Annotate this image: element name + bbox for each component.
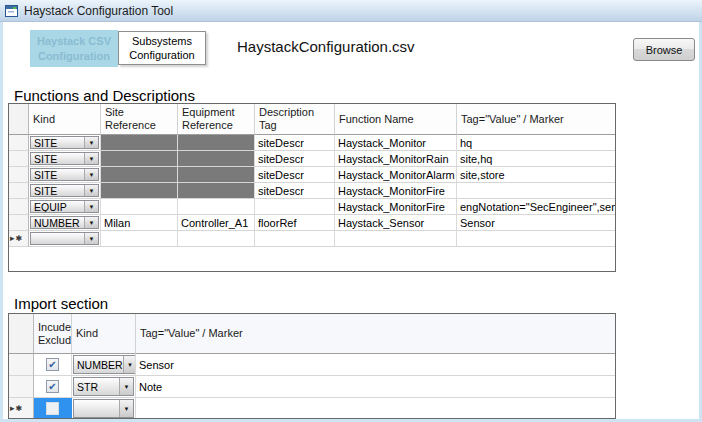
checkbox-checked[interactable]: ✔: [46, 380, 59, 393]
row-header[interactable]: [9, 354, 34, 376]
cell-site-reference[interactable]: [101, 199, 178, 215]
cell-kind[interactable]: SITE▼: [29, 135, 101, 151]
cell-site-reference[interactable]: [101, 151, 178, 167]
cell-tag-marker[interactable]: site,store: [457, 167, 615, 183]
cell-tag-marker[interactable]: hq: [457, 135, 615, 151]
cell-equipment-reference[interactable]: [178, 167, 255, 183]
cell-function-name[interactable]: Haystack_MonitorFire: [335, 199, 457, 215]
fn-column-header-3[interactable]: Description Tag: [255, 104, 335, 135]
chevron-down-icon[interactable]: ▼: [123, 356, 136, 373]
kind-dropdown[interactable]: SITE▼: [30, 136, 99, 149]
title-bar[interactable]: Haystack Configuration Tool: [0, 0, 702, 22]
kind-dropdown[interactable]: EQUIP▼: [30, 200, 99, 213]
cell-description-tag[interactable]: [255, 199, 335, 215]
fn-column-header-0[interactable]: Kind: [29, 104, 101, 135]
kind-dropdown[interactable]: STR▼: [73, 377, 134, 396]
tab-haystack-csv-configuration[interactable]: Haystack CSV Configuration: [30, 30, 118, 67]
browse-button[interactable]: Browse: [633, 38, 695, 61]
cell-tag-marker[interactable]: [457, 183, 615, 199]
row-header[interactable]: [9, 199, 29, 215]
cell-function-name[interactable]: Haystack_MonitorRain: [335, 151, 457, 167]
row-header[interactable]: [9, 183, 29, 199]
cell-tag-marker[interactable]: Note: [136, 376, 615, 398]
fn-column-header-5[interactable]: Tag="Value" / Marker: [457, 104, 615, 135]
row-header[interactable]: [9, 167, 29, 183]
cell-include-exclude[interactable]: ✔: [34, 376, 72, 398]
checkbox-checked[interactable]: ✔: [46, 358, 59, 371]
cell-site-reference[interactable]: [101, 135, 178, 151]
cell-kind[interactable]: SITE▼: [29, 167, 101, 183]
cell-tag-marker[interactable]: Sensor: [457, 215, 615, 231]
kind-dropdown[interactable]: SITE▼: [30, 184, 99, 197]
cell-tag-marker[interactable]: engNotation="SecEngineer",sensor: [457, 199, 615, 215]
chevron-down-icon[interactable]: ▼: [119, 378, 133, 395]
cell-equipment-reference[interactable]: [178, 151, 255, 167]
chevron-down-icon[interactable]: ▼: [119, 400, 133, 417]
cell-description-tag[interactable]: floorRef: [255, 215, 335, 231]
kind-dropdown[interactable]: SITE▼: [30, 152, 99, 165]
row-header[interactable]: [9, 215, 29, 231]
cell-site-reference[interactable]: [101, 167, 178, 183]
cell-description-tag[interactable]: siteDescr: [255, 167, 335, 183]
tab-subsystems-configuration[interactable]: Subsystems Configuration: [118, 31, 206, 65]
cell-kind[interactable]: STR▼: [72, 376, 136, 398]
cell-include-exclude[interactable]: ✔: [34, 354, 72, 376]
cell-kind[interactable]: NUMBER▼: [72, 354, 136, 376]
fn-column-header-4[interactable]: Function Name: [335, 104, 457, 135]
chevron-down-icon[interactable]: ▼: [84, 169, 98, 180]
cell-equipment-reference[interactable]: [178, 199, 255, 215]
cell-kind[interactable]: ▼: [29, 231, 101, 247]
row-header[interactable]: [9, 135, 29, 151]
cell-equipment-reference[interactable]: [178, 135, 255, 151]
row-header[interactable]: [9, 376, 34, 398]
cell-include-exclude[interactable]: [34, 398, 72, 419]
imp-column-header-0[interactable]: Incude / Exclude: [34, 314, 72, 354]
cell-tag-marker[interactable]: [457, 231, 615, 247]
cell-site-reference[interactable]: [101, 231, 178, 247]
cell-function-name[interactable]: Haystack_Monitor: [335, 135, 457, 151]
imp-column-header-1[interactable]: Kind: [72, 314, 136, 354]
cell-tag-marker[interactable]: [136, 398, 615, 419]
fn-corner-header[interactable]: [9, 104, 29, 135]
chevron-down-icon[interactable]: ▼: [84, 153, 98, 164]
cell-description-tag[interactable]: siteDescr: [255, 151, 335, 167]
imp-corner-header[interactable]: [9, 314, 34, 354]
kind-dropdown[interactable]: ▼: [73, 399, 134, 418]
cell-function-name[interactable]: Haystack_MonitorAlarm: [335, 167, 457, 183]
cell-equipment-reference[interactable]: [178, 183, 255, 199]
row-header[interactable]: ▸✱: [9, 231, 29, 247]
cell-kind[interactable]: NUMBER▼: [29, 215, 101, 231]
checkbox-unchecked[interactable]: [46, 402, 59, 415]
imp-column-header-2[interactable]: Tag="Value" / Marker: [136, 314, 615, 354]
cell-equipment-reference[interactable]: [178, 231, 255, 247]
chevron-down-icon[interactable]: ▼: [84, 137, 98, 148]
row-header[interactable]: ▸✱: [9, 398, 34, 419]
cell-kind[interactable]: SITE▼: [29, 151, 101, 167]
kind-dropdown[interactable]: ▼: [30, 232, 99, 245]
kind-dropdown[interactable]: SITE▼: [30, 168, 99, 181]
cell-description-tag[interactable]: [255, 231, 335, 247]
cell-description-tag[interactable]: siteDescr: [255, 135, 335, 151]
new-row-arrow-icon: ▸: [10, 234, 15, 243]
chevron-down-icon[interactable]: ▼: [84, 185, 98, 196]
cell-tag-marker[interactable]: Sensor: [136, 354, 615, 376]
cell-tag-marker[interactable]: site,hq: [457, 151, 615, 167]
cell-site-reference[interactable]: Milan: [101, 215, 178, 231]
cell-site-reference[interactable]: [101, 183, 178, 199]
cell-function-name[interactable]: Haystack_Sensor: [335, 215, 457, 231]
chevron-down-icon[interactable]: ▼: [84, 201, 98, 212]
cell-description-tag[interactable]: siteDescr: [255, 183, 335, 199]
chevron-down-icon[interactable]: ▼: [84, 217, 98, 228]
chevron-down-icon[interactable]: ▼: [84, 233, 98, 244]
cell-kind[interactable]: ▼: [72, 398, 136, 419]
cell-equipment-reference[interactable]: Controller_A1: [178, 215, 255, 231]
fn-column-header-1[interactable]: Site Reference: [101, 104, 178, 135]
row-header[interactable]: [9, 151, 29, 167]
cell-kind[interactable]: EQUIP▼: [29, 199, 101, 215]
cell-function-name[interactable]: Haystack_MonitorFire: [335, 183, 457, 199]
cell-function-name[interactable]: [335, 231, 457, 247]
cell-kind[interactable]: SITE▼: [29, 183, 101, 199]
kind-dropdown[interactable]: NUMBER▼: [73, 355, 136, 374]
fn-column-header-2[interactable]: Equipment Reference: [178, 104, 255, 135]
kind-dropdown[interactable]: NUMBER▼: [30, 216, 99, 229]
